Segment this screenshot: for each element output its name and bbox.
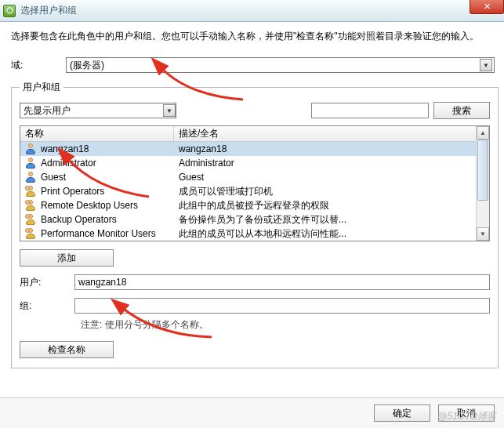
window-title: 选择用户和组	[20, 4, 77, 17]
row-name: Backup Operators	[41, 214, 117, 225]
group-icon	[25, 228, 36, 239]
list-header: 名称 描述/全名	[20, 126, 476, 142]
row-name: Guest	[41, 172, 66, 183]
column-name[interactable]: 名称	[20, 126, 174, 141]
add-button-label: 添加	[57, 252, 76, 265]
hint-text: 注意: 使用分号分隔多个名称。	[81, 318, 490, 332]
user-icon	[25, 172, 36, 183]
ok-button-label: 确定	[393, 407, 412, 420]
search-input[interactable]	[311, 103, 429, 118]
domain-label: 域:	[11, 59, 66, 72]
group-label: 组:	[20, 299, 74, 313]
check-names-label: 检查名称	[48, 343, 85, 357]
check-names-button[interactable]: 检查名称	[20, 341, 114, 358]
group-icon	[25, 200, 36, 211]
group-icon	[25, 214, 36, 225]
scroll-down-icon[interactable]: ▼	[477, 227, 489, 241]
watermark: @51CTO博客	[437, 410, 496, 423]
row-desc: wangzan18	[174, 143, 476, 154]
row-desc: Guest	[174, 172, 476, 183]
row-desc: Administrator	[174, 158, 476, 169]
user-input-value: wangzan18	[78, 277, 126, 288]
table-row[interactable]: GuestGuest	[20, 170, 476, 184]
search-button[interactable]: 搜索	[433, 102, 490, 119]
chevron-down-icon: ▼	[480, 59, 492, 71]
row-name: Administrator	[41, 158, 96, 169]
row-name: wangzan18	[41, 143, 89, 154]
row-name: Performance Monitor Users	[41, 228, 156, 239]
column-desc[interactable]: 描述/全名	[174, 126, 476, 141]
table-row[interactable]: Performance Monitor Users此组的成员可以从本地和远程访问…	[20, 227, 476, 241]
fieldset-legend: 用户和组	[20, 81, 63, 94]
group-input[interactable]	[74, 298, 490, 314]
table-row[interactable]: Remote Desktop Users此组中的成员被授予远程登录的权限	[20, 198, 476, 212]
row-name: Remote Desktop Users	[41, 200, 138, 211]
row-desc: 此组中的成员被授予远程登录的权限	[174, 199, 476, 212]
table-row[interactable]: AdministratorAdministrator	[20, 156, 476, 170]
ok-button[interactable]: 确定	[374, 404, 430, 422]
row-desc: 备份操作员为了备份或还原文件可以替...	[174, 213, 476, 227]
row-desc: 成员可以管理域打印机	[174, 185, 476, 198]
scroll-up-icon[interactable]: ▲	[477, 126, 489, 140]
instruction-text: 选择要包含在此角色中的用户和组。您也可以手动输入名称，并使用"检查名称"功能对照…	[11, 30, 495, 43]
users-list: 名称 描述/全名 wangzan18wangzan18Administrator…	[20, 125, 490, 241]
user-icon	[25, 143, 36, 154]
user-icon	[25, 158, 36, 169]
table-row[interactable]: Print Operators成员可以管理域打印机	[20, 184, 476, 198]
row-name: Print Operators	[41, 186, 104, 197]
show-first-value: 先显示用户	[24, 104, 71, 118]
show-first-select[interactable]: 先显示用户 ▼	[20, 103, 176, 118]
row-desc: 此组的成员可以从本地和远程访问性能...	[174, 227, 476, 241]
table-row[interactable]: wangzan18wangzan18	[20, 142, 476, 156]
search-button-label: 搜索	[452, 104, 471, 118]
dialog-footer: 确定 取消	[0, 397, 504, 428]
user-label: 用户:	[20, 276, 74, 289]
title-bar: ⎔ 选择用户和组 ✕	[0, 0, 504, 22]
scrollbar-vertical[interactable]: ▲ ▼	[476, 126, 489, 241]
users-groups-fieldset: 用户和组 先显示用户 ▼ 搜索 名称 描述/全名 wangzan18wangza…	[11, 81, 499, 368]
scroll-thumb[interactable]	[477, 140, 488, 201]
chevron-down-icon: ▼	[163, 104, 176, 117]
app-icon: ⎔	[3, 5, 16, 17]
close-button[interactable]: ✕	[470, 0, 504, 14]
group-icon	[25, 186, 36, 197]
table-row[interactable]: Backup Operators备份操作员为了备份或还原文件可以替...	[20, 212, 476, 227]
close-icon: ✕	[484, 2, 491, 12]
domain-select[interactable]: (服务器) ▼	[66, 57, 495, 73]
user-input[interactable]: wangzan18	[74, 274, 490, 290]
domain-value: (服务器)	[70, 59, 104, 72]
add-button[interactable]: 添加	[20, 249, 114, 267]
scroll-track[interactable]	[477, 140, 489, 227]
